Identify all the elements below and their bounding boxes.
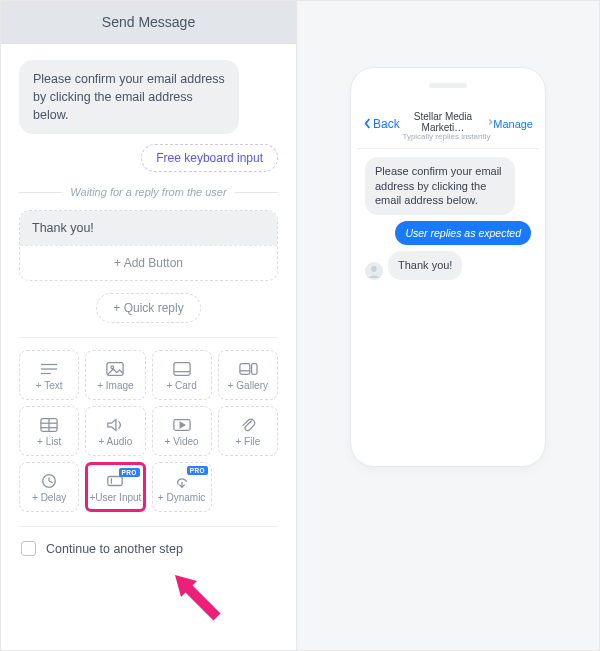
svg-line-17 xyxy=(49,481,53,483)
svg-point-4 xyxy=(111,366,114,369)
delay-icon xyxy=(38,472,60,490)
block-video[interactable]: + Video xyxy=(152,406,212,456)
block-dynamic[interactable]: PRO + Dynamic xyxy=(152,462,212,512)
file-icon xyxy=(237,416,259,434)
block-image[interactable]: + Image xyxy=(85,350,145,400)
phone-screen: Back Stellar Media Marketi… Typically re… xyxy=(357,102,539,460)
gallery-icon xyxy=(237,360,259,378)
preview-area: Back Stellar Media Marketi… Typically re… xyxy=(297,1,599,650)
pro-badge: PRO xyxy=(119,468,140,477)
block-user-input[interactable]: PRO +User Input xyxy=(85,462,145,512)
svg-rect-7 xyxy=(240,363,250,374)
manage-button[interactable]: Manage xyxy=(493,118,533,130)
preview-message-in-1: Please confirm your email address by cli… xyxy=(365,157,515,216)
text-icon xyxy=(38,360,60,378)
svg-rect-8 xyxy=(251,363,256,374)
chat-header: Back Stellar Media Marketi… Typically re… xyxy=(357,102,539,149)
waiting-divider: Waiting for a reply from the user xyxy=(19,186,278,198)
continue-checkbox[interactable] xyxy=(21,541,36,556)
message-bubble-1[interactable]: Please confirm your email address by cli… xyxy=(19,60,239,134)
chat-title[interactable]: Stellar Media Marketi… xyxy=(400,111,494,133)
avatar xyxy=(365,262,383,280)
chat-subtitle: Typically replies instantly xyxy=(400,133,494,142)
block-delay[interactable]: + Delay xyxy=(19,462,79,512)
chevron-left-icon xyxy=(363,117,372,130)
builder-panel: Send Message Please confirm your email a… xyxy=(1,1,297,650)
pro-badge: PRO xyxy=(187,466,208,475)
audio-icon xyxy=(104,416,126,434)
block-gallery[interactable]: + Gallery xyxy=(218,350,278,400)
block-audio[interactable]: + Audio xyxy=(85,406,145,456)
image-icon xyxy=(104,360,126,378)
free-keyboard-input-pill[interactable]: Free keyboard input xyxy=(141,144,278,172)
block-card[interactable]: + Card xyxy=(152,350,212,400)
svg-rect-18 xyxy=(108,476,122,485)
message-bubble-2[interactable]: Thank you! xyxy=(20,211,277,245)
message-card-2: Thank you! + Add Button xyxy=(19,210,278,281)
chat-body: Please confirm your email address by cli… xyxy=(357,149,539,288)
svg-rect-5 xyxy=(174,363,190,376)
block-grid: + Text + Image + Card + Gallery + L xyxy=(19,337,278,512)
continue-label: Continue to another step xyxy=(46,542,183,556)
add-button[interactable]: + Add Button xyxy=(20,245,277,280)
phone-frame: Back Stellar Media Marketi… Typically re… xyxy=(350,67,546,467)
preview-message-out-1: User replies as expected xyxy=(395,221,531,245)
waiting-text: Waiting for a reply from the user xyxy=(70,186,226,198)
block-list[interactable]: + List xyxy=(19,406,79,456)
video-icon xyxy=(171,416,193,434)
block-file[interactable]: + File xyxy=(218,406,278,456)
quick-reply-button[interactable]: + Quick reply xyxy=(96,293,200,323)
list-icon xyxy=(38,416,60,434)
card-icon xyxy=(171,360,193,378)
block-text[interactable]: + Text xyxy=(19,350,79,400)
preview-message-in-2: Thank you! xyxy=(388,251,462,280)
panel-title: Send Message xyxy=(1,1,296,44)
continue-row: Continue to another step xyxy=(19,526,278,570)
avatar-icon xyxy=(367,264,381,278)
svg-point-20 xyxy=(371,266,377,272)
back-button[interactable]: Back xyxy=(363,117,400,131)
